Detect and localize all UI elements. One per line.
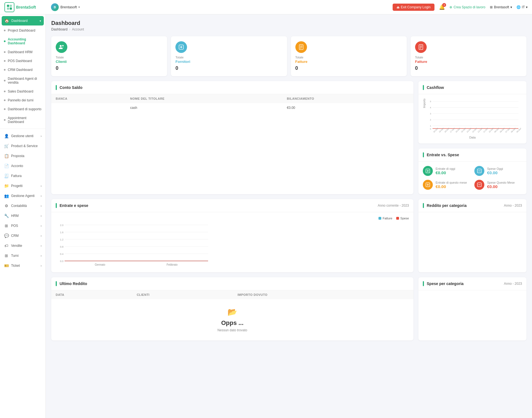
- svg-rect-2: [7, 7, 9, 10]
- topbar-left: BrentaSoft B Brentasoft ▾: [4, 2, 80, 12]
- row-entrate-reddito: Entrate e spese Anno corrente - 2023 Fat…: [51, 199, 526, 272]
- conto-saldo-header: Conto Saldo: [51, 81, 413, 94]
- svg-text:4: 4: [430, 106, 431, 109]
- sidebar-item-progetti[interactable]: 📁 Progetti ›: [0, 181, 45, 191]
- sidebar-item-accounting-dashboard[interactable]: Accounting Dashboard: [0, 35, 45, 48]
- entrate-spese-chart-area: Fatture Spese 2.0 1.6 1.2 0.8 0.4: [51, 212, 413, 272]
- chevron-icon: ›: [41, 204, 42, 207]
- sidebar-item-contabilita[interactable]: ⚙ Contabilità ›: [0, 201, 45, 211]
- cashflow-chart: Importo 5 4: [418, 94, 526, 143]
- clienti-icon: [56, 41, 67, 53]
- sidebar-item-dashboard-hrm[interactable]: Dashboard HRM: [0, 48, 45, 57]
- page-title: Dashboard: [51, 20, 526, 26]
- svg-text:0.8: 0.8: [60, 245, 63, 248]
- company-selector[interactable]: B Brentasoft ▾: [51, 3, 80, 11]
- ur-header-row: DATA CLIENTI IMPORTO DOVUTO: [51, 290, 413, 299]
- evs-icon-entrate-oggi: [423, 166, 433, 176]
- evs-icon-spese-oggi: [474, 166, 484, 176]
- chevron-icon: ›: [41, 264, 42, 267]
- ultimo-reddito-table-wrap: DATA CLIENTI IMPORTO DOVUTO 📂 Opps ... N…: [51, 290, 413, 340]
- dot-icon: [4, 108, 6, 110]
- fornitori-label: Totale: [175, 56, 282, 59]
- sidebar-item-vendite[interactable]: 🏷 Vendite ›: [0, 241, 45, 251]
- panel-accent: [423, 152, 424, 157]
- cashflow-header: Cashflow: [418, 81, 526, 94]
- empty-state-ultimo-reddito: 📂 Opps ... Nessun dato trovato: [51, 299, 413, 340]
- dot-icon: [4, 119, 6, 121]
- entrate-spese-svg: 2.0 1.6 1.2 0.8 0.4 0.0: [56, 223, 211, 267]
- sidebar-item-hrm[interactable]: 🔧 HRM ›: [0, 211, 45, 221]
- conto-saldo-table-wrap: BANCA NOME DEL TITOLARE BILANCIAMENTO ca…: [51, 94, 413, 112]
- app-menu-button[interactable]: ⊞ Brentasoft ▾: [490, 5, 512, 9]
- sidebar-item-acconto[interactable]: 📄 Acconto: [0, 161, 45, 171]
- chevron-icon: ›: [41, 234, 42, 237]
- sidebar-item-ticket[interactable]: 🎫 Ticket ›: [0, 261, 45, 271]
- cell-banca: [51, 103, 126, 112]
- sidebar-item-gestione-agenti[interactable]: 👥 Gestione Agenti ›: [0, 191, 45, 201]
- hrm-icon: 🔧: [4, 213, 9, 218]
- sidebar-item-sales-dashboard[interactable]: Sales Dashboard: [0, 87, 45, 96]
- vendite-icon: 🏷: [4, 243, 9, 248]
- evs-grid: Entrate di oggi €0.00: [418, 161, 526, 194]
- svg-text:07-Dec: 07-Dec: [505, 127, 511, 133]
- dot-icon: [4, 99, 6, 101]
- sidebar-item-project-dashboard[interactable]: Project Dashboard: [0, 26, 45, 35]
- sidebar-item-proposta[interactable]: 📋 Proposta: [0, 151, 45, 161]
- panel-accent: [56, 203, 57, 208]
- notification-button[interactable]: 🔔 3: [439, 4, 445, 10]
- sidebar-item-dashboard[interactable]: 🏠 Dashboard ▾: [2, 16, 44, 25]
- ultimo-reddito-header: Ultimo Reddito: [51, 277, 413, 290]
- svg-text:09-Dec: 09-Dec: [494, 127, 500, 133]
- svg-rect-3: [10, 7, 12, 10]
- svg-text:5: 5: [430, 100, 431, 103]
- language-selector[interactable]: 🌐 IT ▾: [516, 5, 528, 9]
- entrate-spese-year: Anno corrente - 2023: [378, 204, 409, 207]
- spese-categoria-content: [418, 290, 526, 335]
- svg-text:0: 0: [430, 128, 431, 130]
- panel-accent: [423, 203, 424, 208]
- col-data: DATA: [51, 290, 132, 299]
- fornitori-name: Fornitori: [175, 60, 282, 64]
- cashflow-title: Cashflow: [427, 85, 444, 90]
- sidebar-item-pos-dashboard[interactable]: POS Dashboard: [0, 57, 45, 65]
- svg-text:18-Dec: 18-Dec: [444, 127, 450, 133]
- lang-chevron: ▾: [526, 5, 528, 9]
- sidebar-item-crm-dashboard[interactable]: CRM Dashboard: [0, 65, 45, 74]
- empty-sub: Nessun dato trovato: [57, 328, 408, 332]
- contabilita-icon: ⚙: [4, 203, 9, 208]
- sidebar-item-turni[interactable]: ⊞ Turni ›: [0, 251, 45, 261]
- stats-row: Totale Clienti 0 Totale Fornitori 0: [51, 36, 526, 76]
- crm-icon: 💬: [4, 233, 9, 238]
- sidebar-item-fattura[interactable]: 🧾 Fattura: [0, 171, 45, 181]
- ultimo-reddito-title: Ultimo Reddito: [60, 281, 87, 286]
- sidebar: 🏠 Dashboard ▾ Project Dashboard Accounti…: [0, 14, 46, 418]
- sidebar-item-crm[interactable]: 💬 CRM ›: [0, 231, 45, 241]
- sidebar-item-appointment-dashboard[interactable]: Appointment Dashboard: [0, 114, 45, 126]
- dashboard-chevron: ▾: [40, 19, 41, 22]
- sidebar-item-gestione-utenti[interactable]: 👤 Gestione utenti ›: [0, 131, 45, 141]
- conto-saldo-title: Conto Saldo: [60, 85, 82, 90]
- sidebar-item-pannello-turni[interactable]: Pannello dei turni: [0, 96, 45, 105]
- create-space-button[interactable]: ⊕ Crea Spazio di lavoro: [449, 5, 485, 9]
- col-clienti: CLIENTI: [132, 290, 233, 299]
- app-menu-chevron: ▾: [510, 5, 512, 9]
- svg-text:Gennaio: Gennaio: [95, 263, 105, 266]
- sidebar-item-dashboard-supporto[interactable]: Dashboard di supporto: [0, 105, 45, 114]
- svg-text:0.0: 0.0: [60, 260, 63, 263]
- svg-text:17-Dec: 17-Dec: [449, 127, 455, 133]
- progetti-icon: 📁: [4, 183, 9, 188]
- stat-card-clienti: Totale Clienti 0: [51, 36, 167, 76]
- legend-dot-spese: [396, 217, 399, 220]
- main-content: Dashboard Dashboard › Account Totale Cl: [46, 14, 532, 418]
- sidebar-item-pos[interactable]: ⊞ POS ›: [0, 221, 45, 231]
- dot-icon: [4, 69, 6, 71]
- panel-ultimo-reddito: Ultimo Reddito DATA CLIENTI IMPORTO DOVU…: [51, 277, 413, 340]
- notif-badge: 3: [442, 3, 446, 7]
- evs-icon-entrate-mese: [423, 180, 433, 190]
- sidebar-item-product-service[interactable]: 🛒 Product & Service: [0, 141, 45, 151]
- breadcrumb-home[interactable]: Dashboard: [51, 27, 68, 31]
- sidebar-item-dashboard-agent[interactable]: Dashboard Agent di vendita: [0, 74, 45, 87]
- svg-text:16-Dec: 16-Dec: [455, 127, 461, 133]
- reddito-categoria-year: Anno - 2023: [504, 204, 522, 207]
- exit-company-button[interactable]: ⏏ Exit Company Login: [393, 4, 434, 11]
